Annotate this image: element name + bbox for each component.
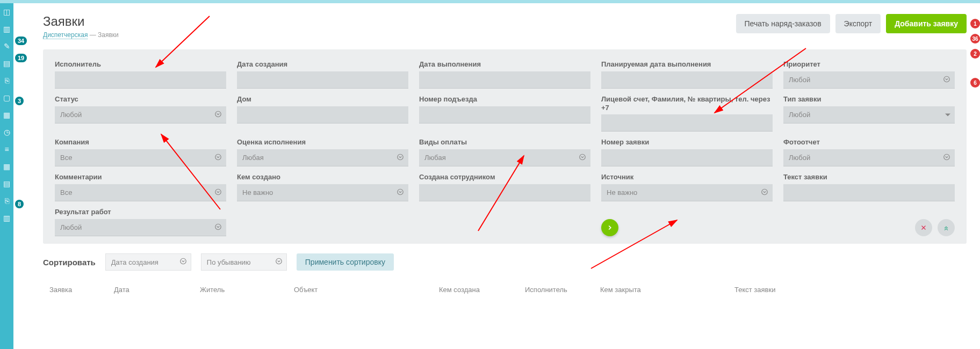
- entrance-input[interactable]: [419, 106, 590, 123]
- request-number-input[interactable]: [601, 149, 773, 166]
- sidebar-icon[interactable]: ▦: [0, 158, 13, 175]
- clear-filters-button[interactable]: [915, 219, 932, 236]
- sidebar-icon[interactable]: ▤: [0, 55, 13, 72]
- filter-account: Лицевой счет, Фамилия, № квартиры, тел. …: [601, 95, 773, 132]
- house-input[interactable]: [237, 106, 408, 123]
- filter-label: Исполнитель: [55, 60, 226, 68]
- filter-rating: Оценка исполнения: [237, 138, 408, 166]
- status-select[interactable]: [55, 106, 226, 123]
- add-request-button[interactable]: Добавить заявку: [886, 14, 967, 33]
- sidebar-icon[interactable]: ▥: [0, 209, 13, 227]
- filter-date-created: Дата создания: [237, 60, 408, 89]
- sidebar-icon[interactable]: ◫: [0, 3, 13, 20]
- filter-house: Дом: [237, 95, 408, 132]
- chevron-down-icon: [179, 258, 187, 267]
- created-by-select[interactable]: [237, 184, 408, 201]
- svg-point-7: [398, 189, 403, 195]
- svg-point-8: [762, 189, 768, 195]
- svg-point-1: [215, 111, 221, 117]
- table-header: Заявка Дата Житель Объект Кем создана Ис…: [43, 286, 967, 294]
- filter-label: Дата создания: [237, 60, 408, 68]
- photo-report-select[interactable]: [783, 149, 955, 166]
- chevron-down-icon: [579, 154, 586, 163]
- sidebar-icon[interactable]: ▤: [0, 175, 13, 192]
- col-created-by: Кем создана: [439, 286, 520, 294]
- sort-field-select[interactable]: [105, 253, 191, 271]
- filter-pay-type: Виды оплаты: [419, 138, 590, 166]
- sidebar-icon[interactable]: ≡: [0, 141, 13, 158]
- sidebar-badge: 34: [15, 37, 27, 45]
- export-button[interactable]: Экспорт: [835, 14, 881, 33]
- pay-type-select[interactable]: [419, 149, 590, 166]
- sort-row: Сортировать Применить сортировку: [43, 253, 967, 271]
- sidebar: ◫ ▥ ✎ ▤ ⎘ ▢ ▦ ◷ ≡ ▦ ▤ ⎘ ▥: [0, 3, 13, 349]
- filter-label: Оценка исполнения: [237, 138, 408, 146]
- chevron-down-icon: [214, 223, 222, 232]
- date-created-input[interactable]: [237, 71, 408, 89]
- rating-select[interactable]: [237, 149, 408, 166]
- svg-point-9: [215, 224, 221, 230]
- filter-label: Источник: [601, 173, 773, 181]
- date-done-input[interactable]: [419, 71, 590, 89]
- created-staff-input[interactable]: [419, 184, 590, 201]
- request-text-input[interactable]: [783, 184, 955, 201]
- filter-created-staff: Создана сотрудником: [419, 173, 590, 201]
- sidebar-icon[interactable]: ◷: [0, 123, 13, 141]
- filter-label: Кем создано: [237, 173, 408, 181]
- svg-point-0: [944, 76, 950, 82]
- filter-date-planned: Планируемая дата выполнения: [601, 60, 773, 89]
- sidebar-icon[interactable]: ▥: [0, 20, 13, 38]
- chevron-down-icon: [397, 188, 404, 198]
- filter-photo-report: Фотоотчет: [783, 138, 955, 166]
- comments-select[interactable]: [55, 184, 226, 201]
- filter-status: Статус: [55, 95, 226, 132]
- filter-source: Источник: [601, 173, 773, 201]
- svg-point-3: [398, 154, 403, 160]
- sidebar-icon[interactable]: ✎: [0, 38, 13, 55]
- sidebar-icon[interactable]: ⎘: [0, 72, 13, 89]
- filter-request-number: Номер заявки: [601, 138, 773, 166]
- company-select[interactable]: [55, 149, 226, 166]
- col-date: Дата: [114, 286, 194, 294]
- sidebar-icon[interactable]: ⎘: [0, 192, 13, 209]
- priority-select[interactable]: [783, 71, 955, 89]
- apply-sort-button[interactable]: Применить сортировку: [297, 253, 394, 271]
- col-object: Объект: [294, 286, 434, 294]
- sort-label: Сортировать: [43, 258, 96, 267]
- date-planned-input[interactable]: [601, 71, 773, 89]
- breadcrumb-sep: —: [88, 31, 98, 39]
- sidebar-icon[interactable]: ▢: [0, 89, 13, 106]
- account-input[interactable]: [601, 114, 773, 132]
- filter-label: Виды оплаты: [419, 138, 590, 146]
- filter-created-by: Кем создано: [237, 173, 408, 201]
- sidebar-badge: 8: [15, 200, 24, 208]
- filter-request-text: Текст заявки: [783, 173, 955, 201]
- filter-executor: Исполнитель: [55, 60, 226, 89]
- filter-request-type: Тип заявки: [783, 95, 955, 132]
- source-select[interactable]: [601, 184, 773, 201]
- svg-point-5: [944, 154, 950, 160]
- chevron-down-icon: [943, 154, 950, 163]
- svg-point-6: [215, 189, 221, 195]
- col-text: Текст заявки: [734, 286, 960, 294]
- filter-label: Создана сотрудником: [419, 173, 590, 181]
- chevron-down-icon: [214, 188, 222, 198]
- apply-filters-button[interactable]: [601, 219, 618, 236]
- sort-direction-select[interactable]: [201, 253, 287, 271]
- request-type-select[interactable]: [783, 106, 955, 123]
- sidebar-icon[interactable]: ▦: [0, 106, 13, 123]
- work-result-select[interactable]: [55, 219, 226, 236]
- caret-down-icon: [945, 114, 950, 117]
- executor-input[interactable]: [55, 71, 226, 89]
- filter-label: Приоритет: [783, 60, 955, 68]
- filter-label: Комментарии: [55, 173, 226, 181]
- print-orders-button[interactable]: Печать наряд-заказов: [736, 14, 830, 33]
- collapse-filters-button[interactable]: [938, 219, 955, 236]
- sidebar-badge: 3: [15, 97, 24, 105]
- chevron-down-icon: [761, 188, 768, 198]
- col-request: Заявка: [49, 286, 109, 294]
- filter-entrance: Номер подъезда: [419, 95, 590, 132]
- filter-label: Лицевой счет, Фамилия, № квартиры, тел. …: [601, 95, 773, 111]
- breadcrumb-root[interactable]: Диспетчерская: [43, 31, 88, 39]
- filter-label: Номер подъезда: [419, 95, 590, 103]
